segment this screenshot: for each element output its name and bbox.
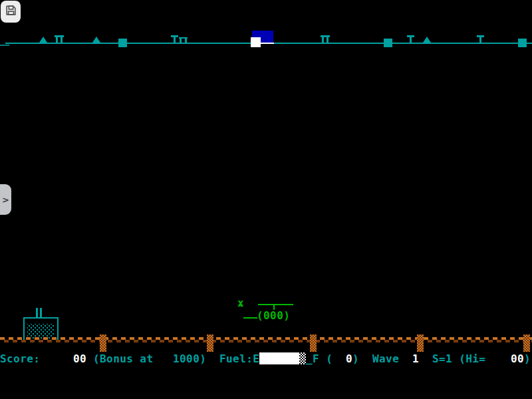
tee-blip <box>171 35 178 43</box>
chevron-right-icon: > <box>2 195 9 205</box>
craft-rotor-line <box>258 304 293 305</box>
status-segment: ) <box>352 352 359 366</box>
save-button[interactable] <box>1 1 21 23</box>
fence-post <box>310 334 317 352</box>
status-segment: (Bonus at <box>93 352 153 366</box>
craft-tail-boom <box>243 317 257 319</box>
status-segment: 1000) <box>173 352 206 366</box>
fence-post <box>207 334 213 352</box>
square-blip <box>518 39 527 47</box>
craft-rotor-mast <box>273 305 275 310</box>
pi-blip <box>179 37 188 43</box>
status-segment: S=1 (Hi= <box>432 352 485 366</box>
square-blip <box>384 39 392 47</box>
triangle-blip <box>423 37 431 43</box>
craft-body: (000) <box>257 311 290 321</box>
fence-post <box>417 334 424 352</box>
status-segment: 00 <box>511 352 524 366</box>
status-segment: 0 <box>346 352 352 366</box>
game-screen: > x ` (000) Score:00(Bonus at1000)Fuel:E… <box>0 0 532 399</box>
craft-tail: ` <box>237 305 245 315</box>
triangle-blip <box>39 37 47 43</box>
fence-post <box>523 334 530 352</box>
gate-blip <box>321 35 330 43</box>
tee-blip <box>477 35 484 43</box>
status-segment: _F ( <box>306 352 332 366</box>
scanner-player-cursor <box>251 37 261 47</box>
status-segment: ) <box>524 352 531 366</box>
status-segment: Fuel:E <box>219 352 259 366</box>
depot-chimney <box>36 308 38 318</box>
square-blip <box>118 39 127 47</box>
scanner-terrain-stub <box>0 45 9 46</box>
sidebar-open-handle[interactable]: > <box>0 184 11 215</box>
scanner-player-underline <box>261 43 274 44</box>
ground-strip <box>0 337 532 342</box>
status-segment: 1 <box>412 352 419 366</box>
fence-post <box>100 334 106 352</box>
status-segment: 00 <box>73 352 86 366</box>
status-bar: Score:00(Bonus at1000)Fuel:E_F (0)Wave1S… <box>0 352 532 366</box>
gate-blip <box>55 35 64 43</box>
tee-blip <box>407 35 414 43</box>
triangle-blip <box>92 37 100 43</box>
fuel-depot <box>23 317 59 340</box>
save-icon <box>5 4 17 19</box>
status-segment: Score: <box>0 352 40 366</box>
status-segment: Wave <box>372 352 399 366</box>
depot-chimney <box>40 308 42 318</box>
